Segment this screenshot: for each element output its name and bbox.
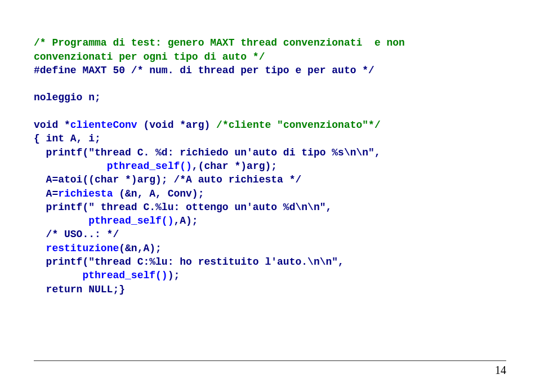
code-line: printf("thread C. %d: richiedo un'auto d… (34, 147, 381, 158)
code-line: pthread_self(),A); (34, 215, 198, 226)
code-line: { int A, i; (34, 133, 101, 144)
horizontal-rule (34, 360, 506, 361)
code-line: printf(" thread C.%lu: ottengo un'auto %… (34, 202, 332, 213)
code-line: return NULL;} (34, 284, 125, 295)
code-line: pthread_self(),(char *)arg); (34, 161, 277, 172)
code-line: A=atoi((char *)arg); /*A auto richiesta … (34, 174, 301, 185)
identifier: pthread_self() (88, 215, 173, 226)
code-line: printf("thread C:%lu: ho restituito l'au… (34, 256, 344, 268)
code-line: restituzione(&n,A); (34, 243, 162, 254)
code-line: noleggio n; (34, 92, 101, 103)
page-number: 14 (495, 363, 506, 378)
comment-line: /* Programma di test: genero MAXT thread… (34, 37, 405, 48)
identifier: pthread_self() (82, 270, 167, 281)
code-line: void *clienteConv (void *arg) /*cliente … (34, 119, 381, 131)
code-block: /* Programma di test: genero MAXT thread… (34, 23, 506, 296)
code-line: pthread_self()); (34, 270, 180, 281)
code-line: /* USO..: */ (34, 229, 119, 240)
identifier: richiesta (58, 188, 113, 199)
comment-line: convenzionati per ogni tipo di auto */ (34, 51, 265, 63)
identifier: pthread_self() (107, 161, 192, 172)
identifier: clienteConv (70, 119, 137, 131)
comment-inline: /*cliente "convenzionato"*/ (216, 119, 381, 131)
identifier: restituzione (46, 243, 119, 254)
code-line: A=richiesta (&n, A, Conv); (34, 188, 204, 199)
code-line: #define MAXT 50 /* num. di thread per ti… (34, 65, 374, 76)
